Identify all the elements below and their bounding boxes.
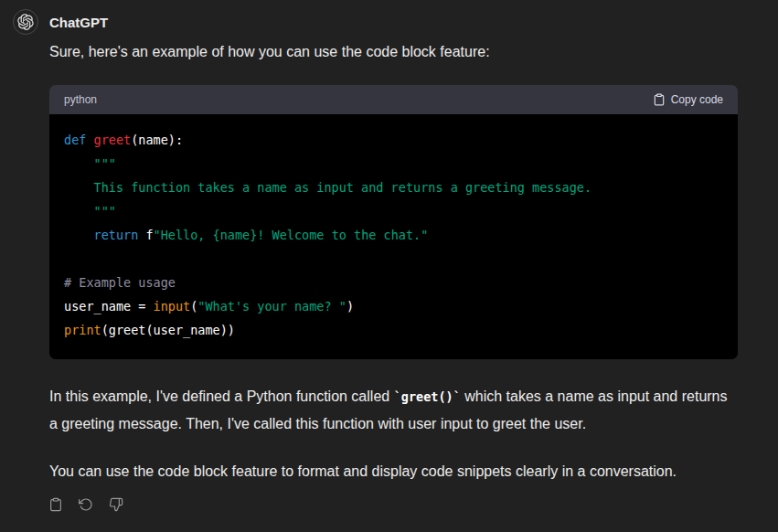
copy-code-label: Copy code [671, 93, 723, 106]
thumbs-down-button[interactable] [108, 496, 124, 513]
assistant-message: ChatGPT Sure, here's an example of how y… [0, 0, 778, 513]
thumbs-down-icon [109, 497, 123, 512]
copy-icon [48, 497, 63, 512]
copy-code-button[interactable]: Copy code [653, 93, 723, 106]
code-lines: def greet(name): """ This function takes… [64, 128, 723, 342]
clipboard-icon [653, 93, 666, 106]
regenerate-icon [79, 497, 93, 512]
inline-code-greet: `greet()` [394, 389, 461, 404]
regenerate-button[interactable] [78, 496, 94, 513]
explanation-text-before: In this example, I've defined a Python f… [49, 388, 394, 404]
explanation-paragraph: In this example, I've defined a Python f… [49, 383, 738, 438]
closing-paragraph: You can use the code block feature to fo… [49, 458, 738, 485]
chatgpt-avatar [13, 9, 38, 35]
intro-paragraph: Sure, here's an example of how you can u… [49, 41, 738, 63]
message-actions [48, 496, 738, 513]
author-name: ChatGPT [49, 15, 108, 30]
code-block: python Copy code def greet(name): """ Th… [49, 85, 738, 359]
openai-logo-icon [17, 14, 34, 30]
message-header: ChatGPT [13, 9, 738, 35]
code-body: def greet(name): """ This function takes… [49, 114, 738, 359]
code-language-label: python [64, 93, 97, 106]
copy-message-button[interactable] [48, 496, 64, 513]
code-block-header: python Copy code [49, 85, 738, 114]
